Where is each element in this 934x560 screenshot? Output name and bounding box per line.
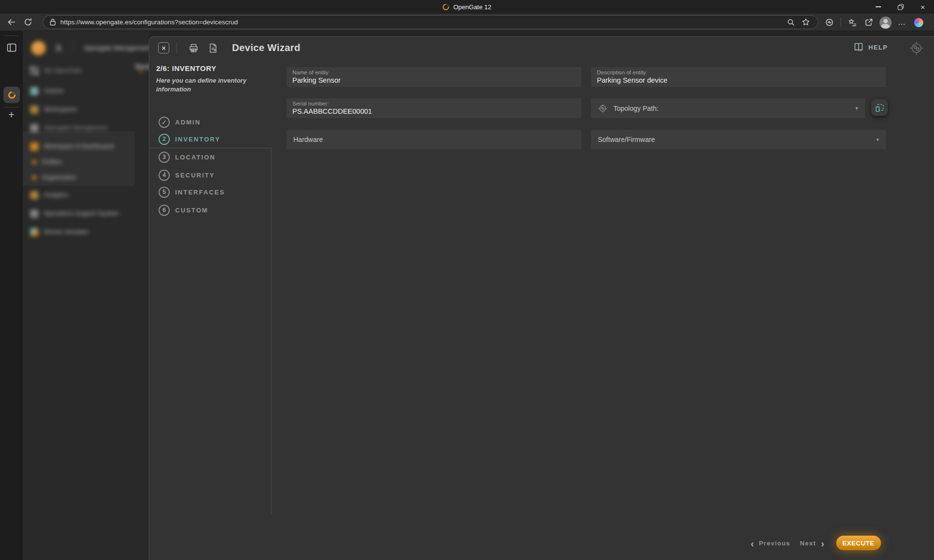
previous-button[interactable]: Previous	[759, 540, 790, 547]
analytics-icon	[30, 191, 38, 199]
wizard-header-separator	[177, 43, 177, 53]
step-inventory[interactable]: 2 INVENTORY	[159, 133, 220, 145]
share-icon	[864, 18, 873, 27]
chevron-right-icon: ›	[821, 538, 825, 548]
actions-icon	[30, 87, 38, 95]
software-firmware-select[interactable]: Software/Firmware ▾	[591, 130, 886, 149]
strip-divider	[4, 35, 19, 36]
close-x-icon: ×	[162, 45, 165, 52]
print-button[interactable]	[188, 43, 199, 53]
back-button[interactable]	[3, 15, 19, 30]
window-titlebar: OpenGate 12 ×	[0, 0, 934, 14]
sidebar-header: Opengate Management	[23, 39, 149, 65]
chevron-left-icon: ‹	[751, 538, 754, 548]
steps-description: Here you can define inventory informatio…	[156, 76, 259, 93]
close-icon: ×	[921, 3, 925, 11]
execute-button[interactable]: EXECUTE	[836, 536, 881, 550]
sidebar-item-device-simulator[interactable]: Device simulator	[23, 226, 149, 238]
steps-progress-header: 2/6: INVENTORY	[156, 64, 216, 72]
workspaces-toggle-button[interactable]	[0, 41, 23, 54]
wizard-title: Device Wizard	[232, 42, 301, 53]
user-icon[interactable]	[54, 44, 63, 53]
opengate-app-tab[interactable]	[3, 87, 20, 103]
workspaces-icon	[30, 105, 38, 114]
window-title: OpenGate 12	[453, 3, 491, 11]
settings-menu-button[interactable]: …	[894, 15, 910, 30]
lock-icon	[50, 18, 56, 26]
search-in-page-button[interactable]	[784, 16, 798, 29]
strip-divider-2	[4, 107, 19, 107]
description-input[interactable]	[597, 75, 880, 84]
grid-icon	[30, 67, 38, 75]
topology-picker-button[interactable]	[871, 99, 888, 116]
description-field-label: Description of entity	[597, 70, 880, 75]
new-tab-button[interactable]: +	[0, 108, 23, 122]
wizard-footer: ‹ Previous Next › EXECUTE	[751, 536, 881, 550]
browser-essentials-icon	[825, 18, 834, 27]
dashboards-icon	[30, 142, 38, 151]
browser-toolbar: https://www.opengate.es/configurations?s…	[0, 14, 934, 31]
window-title-group: OpenGate 12	[443, 0, 491, 14]
screen: OpenGate 12 ×	[0, 0, 934, 560]
step-admin[interactable]: ✓ ADMIN	[159, 116, 201, 128]
close-window-button[interactable]: ×	[912, 0, 934, 14]
check-icon: ✓	[159, 117, 170, 128]
export-document-button[interactable]	[208, 43, 218, 53]
restore-button[interactable]	[889, 0, 912, 14]
refresh-button[interactable]	[19, 15, 36, 30]
window-controls: ×	[867, 0, 934, 14]
app-sidebar: Opengate Management My OpenGate ▸ Action…	[23, 31, 149, 560]
name-input[interactable]	[292, 75, 575, 84]
profile-avatar	[880, 17, 892, 29]
sidebar-item-my-opengate[interactable]: My OpenGate ▸	[23, 64, 149, 77]
minimize-icon	[876, 6, 881, 7]
select-area-icon	[875, 103, 884, 112]
help-button[interactable]: HELP	[853, 42, 888, 52]
sidebar-item-opengate-management[interactable]: Opengate Management	[23, 122, 149, 134]
collections-button[interactable]	[844, 15, 861, 30]
sidebar-item-analytics[interactable]: Analytics	[23, 189, 149, 201]
sidebar-item-organization[interactable]: Organization	[23, 171, 149, 184]
serial-input[interactable]	[292, 106, 575, 115]
organization-icon	[32, 175, 36, 180]
org-avatar[interactable]	[31, 41, 46, 55]
sidebar-item-workspace-dashboards[interactable]: Workspace & Dashboards	[23, 140, 149, 153]
device-wizard-modal: × Device Wizard HELP 2/6: INVENTORY Here…	[149, 36, 934, 560]
wizard-settings-icon[interactable]	[908, 40, 925, 56]
next-button[interactable]: Next	[800, 540, 816, 547]
star-icon	[802, 18, 810, 26]
sidebar-item-workspaces[interactable]: Workspaces	[23, 103, 149, 116]
browser-essentials-button[interactable]	[821, 15, 838, 30]
magnifier-icon	[787, 18, 795, 26]
restore-icon	[898, 4, 904, 10]
sidebar-item-oss[interactable]: Operations Support System	[23, 207, 149, 220]
toolbar-right-icons: …	[821, 14, 927, 31]
management-icon	[30, 124, 38, 132]
serial-field-label: Serial number:	[292, 101, 575, 106]
sidebar-item-entities[interactable]: Entities	[23, 156, 149, 168]
sidebar-toggle-icon	[7, 43, 17, 52]
copilot-button[interactable]	[910, 15, 927, 30]
topology-path-select[interactable]: Topology Path: ▾	[591, 98, 865, 118]
favorite-this-page-button[interactable]	[798, 16, 813, 29]
minimize-button[interactable]	[867, 0, 889, 14]
share-button[interactable]	[861, 15, 877, 30]
sidebar-item-actions[interactable]: Actions	[23, 85, 149, 97]
wizard-close-button[interactable]: ×	[158, 42, 169, 53]
collections-star-icon	[848, 18, 857, 27]
plus-icon: +	[8, 109, 14, 121]
url-bar[interactable]: https://www.opengate.es/configurations?s…	[43, 15, 818, 29]
name-field-label: Name of entity	[292, 70, 575, 75]
hardware-select[interactable]: Hardware	[287, 130, 581, 149]
entities-icon	[32, 160, 36, 164]
help-label: HELP	[868, 44, 888, 51]
steps-panel-border	[149, 148, 271, 514]
url-text: https://www.opengate.es/configurations?s…	[60, 18, 784, 26]
device-simulator-icon	[30, 228, 38, 236]
description-field: Description of entity	[591, 67, 886, 87]
help-book-icon	[853, 42, 864, 52]
oss-icon	[30, 210, 38, 218]
sidebar-header-divider	[73, 40, 74, 54]
hardware-label: Hardware	[293, 136, 323, 143]
profile-button[interactable]	[877, 15, 894, 30]
